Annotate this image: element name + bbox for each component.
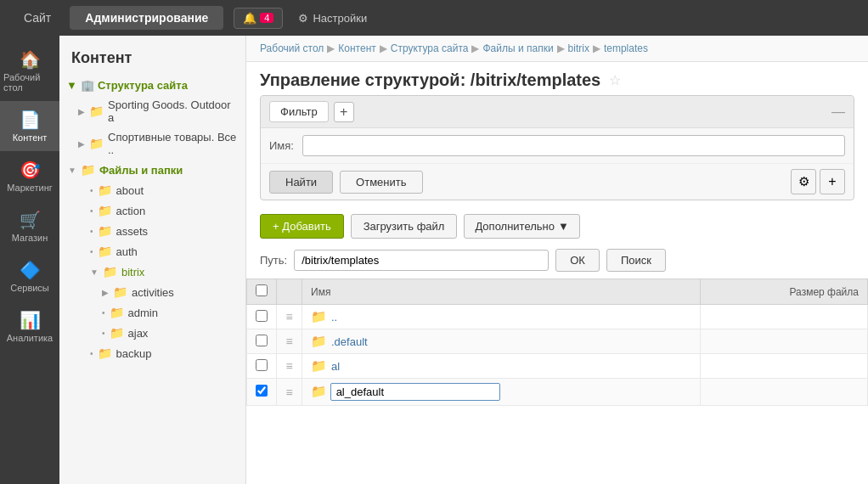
tree-item-sport-ru[interactable]: ▶ 📁 Спортивные товары. Все .. — [59, 127, 245, 160]
tree-item-backup[interactable]: • 📁 backup — [59, 343, 245, 363]
settings-button[interactable]: ⚙ — [791, 169, 816, 194]
tree-item-label: activities — [132, 286, 174, 299]
chevron-right-icon: ▶ — [78, 139, 85, 149]
folder-icon: 📁 — [113, 285, 127, 299]
sidebar-item-marketing[interactable]: 🎯 Маркетинг — [0, 151, 59, 201]
tree-item-label: about — [116, 184, 144, 197]
col-name-header[interactable]: Имя — [302, 279, 701, 305]
filter-name-input[interactable] — [302, 135, 845, 156]
breadcrumb-files[interactable]: Файлы и папки — [482, 42, 553, 54]
row-checkbox[interactable] — [256, 385, 268, 397]
row-size-cell — [700, 305, 867, 329]
breadcrumb: Рабочий стол ▶ Контент ▶ Структура сайта… — [246, 36, 868, 62]
filter-tab[interactable]: Фильтр — [269, 101, 329, 122]
row-checkbox[interactable] — [256, 335, 268, 346]
sidebar-label-shop: Магазин — [12, 233, 48, 243]
tree-item-bitrix[interactable]: ▼ 📁 bitrix — [59, 262, 245, 282]
home-icon: 🏠 — [20, 49, 41, 70]
parent-folder-link[interactable]: 📁 .. — [311, 309, 691, 324]
drag-handle-icon[interactable]: ≡ — [285, 310, 292, 324]
notification-badge[interactable]: 🔔 4 — [234, 8, 283, 29]
select-all-checkbox[interactable] — [256, 284, 268, 296]
search-button[interactable]: Поиск — [606, 249, 666, 272]
action-bar: + Добавить Загрузить файл Дополнительно … — [246, 209, 868, 245]
add-filter-button[interactable]: + — [820, 169, 845, 194]
row-checkbox-cell — [247, 305, 277, 329]
tree-item-files[interactable]: ▼ 📁 Файлы и папки — [59, 160, 245, 180]
breadcrumb-templates[interactable]: templates — [604, 42, 648, 54]
tree-item-admin[interactable]: • 📁 admin — [59, 302, 245, 323]
top-nav: Сайт Администрирование 🔔 4 ⚙ Настройки — [0, 0, 868, 36]
tree-item-auth[interactable]: • 📁 auth — [59, 241, 245, 262]
drag-handle-icon[interactable]: ≡ — [285, 335, 292, 348]
page-title-bar: Управление структурой: /bitrix/templates… — [246, 62, 868, 95]
tree-item-activities[interactable]: ▶ 📁 activities — [59, 282, 245, 302]
find-button[interactable]: Найти — [269, 171, 333, 194]
row-handle-cell: ≡ — [277, 379, 302, 406]
main-layout: 🏠 Рабочий стол 📄 Контент 🎯 Маркетинг 🛒 М… — [0, 36, 868, 484]
triangle-down-icon: ▼ — [90, 267, 99, 277]
sidebar-item-analytics[interactable]: 📊 Аналитика — [0, 301, 59, 352]
folder-link-al[interactable]: 📁 al — [311, 358, 691, 374]
filter-actions: Найти Отменить ⚙ + — [261, 163, 854, 200]
tree-item-label: Файлы и папки — [99, 164, 183, 177]
add-button[interactable]: + Добавить — [260, 214, 344, 239]
breadcrumb-desktop[interactable]: Рабочий стол — [260, 42, 324, 54]
path-input[interactable] — [294, 250, 549, 271]
tree-item-ajax[interactable]: • 📁 ajax — [59, 323, 245, 343]
page-title: Управление структурой: /bitrix/templates — [260, 70, 600, 90]
bullet-icon: • — [102, 308, 105, 318]
folder-icon: 📁 — [311, 384, 327, 398]
tab-site[interactable]: Сайт — [8, 6, 66, 30]
more-label: Дополнительно — [475, 220, 555, 233]
folder-icon: 📁 — [81, 163, 95, 177]
more-button[interactable]: Дополнительно ▼ — [464, 214, 579, 239]
breadcrumb-bitrix[interactable]: bitrix — [568, 42, 589, 54]
sidebar-item-shop[interactable]: 🛒 Магазин — [0, 201, 59, 251]
parent-folder-label: .. — [331, 311, 337, 324]
row-checkbox[interactable] — [256, 359, 268, 371]
sidebar-item-content[interactable]: 📄 Контент — [0, 101, 59, 151]
breadcrumb-sep: ▶ — [557, 42, 565, 54]
sidebar-item-services[interactable]: 🔷 Сервисы — [0, 251, 59, 301]
tree-item-action[interactable]: • 📁 action — [59, 200, 245, 221]
drag-handle-icon[interactable]: ≡ — [285, 359, 292, 373]
filter-plus-button[interactable]: + — [334, 102, 354, 122]
tree-structure-label: Структура сайта — [98, 79, 188, 92]
ok-button[interactable]: ОК — [555, 249, 600, 272]
row-handle-cell: ≡ — [277, 329, 302, 354]
tree-item-assets[interactable]: • 📁 assets — [59, 221, 245, 241]
row-name-cell-editing: 📁 — [302, 379, 701, 406]
tree-structure-header[interactable]: ▼ 🏢 Структура сайта — [59, 76, 245, 95]
settings-label: Настройки — [313, 12, 367, 25]
path-label: Путь: — [260, 254, 287, 267]
table-row: ≡ 📁 .. — [247, 305, 868, 329]
drag-handle-icon[interactable]: ≡ — [285, 386, 292, 399]
breadcrumb-sep: ▶ — [471, 42, 479, 54]
row-checkbox-cell — [247, 329, 277, 354]
services-icon: 🔷 — [20, 260, 41, 280]
breadcrumb-structure[interactable]: Структура сайта — [391, 42, 469, 54]
tree-item-about[interactable]: • 📁 about — [59, 180, 245, 200]
tree-item-label: ajax — [128, 327, 149, 340]
row-checkbox-cell — [247, 354, 277, 379]
breadcrumb-content[interactable]: Контент — [338, 42, 375, 54]
tree-item-label: backup — [116, 347, 152, 360]
row-size-cell — [700, 354, 867, 379]
tab-admin[interactable]: Администрирование — [70, 6, 223, 30]
folder-icon: 📁 — [103, 265, 117, 279]
settings-button[interactable]: ⚙ Настройки — [290, 8, 375, 28]
table-row: ≡ 📁 al — [247, 354, 868, 379]
folder-icon: 📁 — [311, 334, 327, 349]
folder-link-default[interactable]: 📁 .default — [311, 334, 691, 349]
cancel-button[interactable]: Отменить — [340, 171, 422, 194]
upload-button[interactable]: Загрузить файл — [351, 214, 458, 239]
sidebar-item-desktop[interactable]: 🏠 Рабочий стол — [0, 41, 59, 101]
folder-name-edit-input[interactable] — [330, 383, 500, 401]
row-checkbox[interactable] — [256, 310, 268, 322]
col-size-header: Размер файла — [700, 279, 867, 305]
star-icon[interactable]: ☆ — [609, 72, 621, 88]
filter-minimize-button[interactable]: — — [831, 104, 845, 120]
file-table: Имя Размер файла ≡ 📁 .. — [246, 279, 868, 406]
tree-item-sporting[interactable]: ▶ 📁 Sporting Goods. Outdoor a — [59, 95, 245, 127]
